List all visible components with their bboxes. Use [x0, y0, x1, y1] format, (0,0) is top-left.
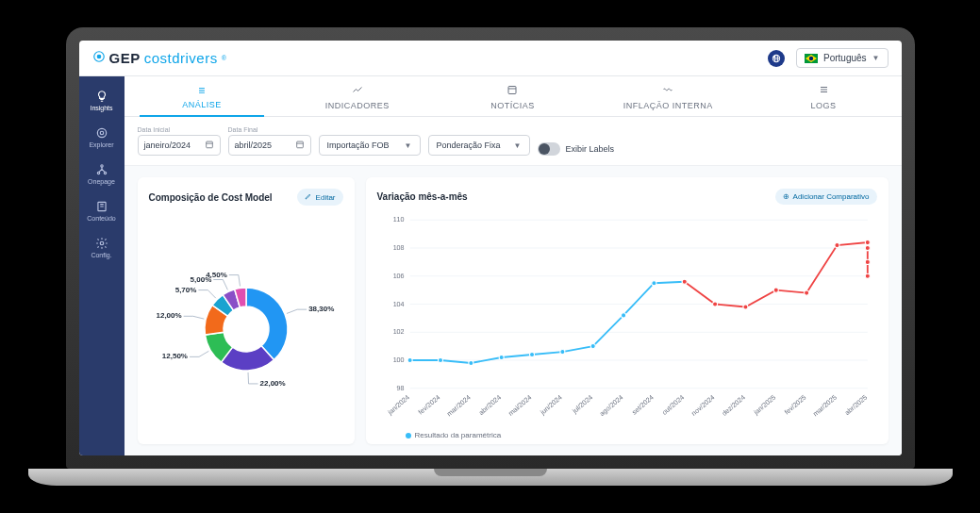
app-header: GEP costdrivers ® Português ▼ — [79, 41, 902, 76]
tab-label: LOGS — [811, 101, 837, 110]
add-comparative-button[interactable]: ⊕ Adicionar Comparativo — [775, 189, 877, 205]
tab-inflacao[interactable]: INFLAÇÃO INTERNA — [590, 76, 746, 116]
select-importacao[interactable]: Importação FOB ▼ — [319, 135, 421, 156]
svg-point-5 — [100, 131, 104, 135]
screen-bezel: GEP costdrivers ® Português ▼ — [66, 27, 915, 469]
sidebar-item-label: Config. — [91, 252, 111, 258]
card-header: Composição de Cost Model Editar — [149, 189, 343, 206]
card-header: Variação mês-a-mês ⊕ Adicionar Comparati… — [377, 189, 877, 205]
svg-text:jul/2024: jul/2024 — [570, 393, 594, 416]
svg-text:98: 98 — [396, 384, 404, 392]
svg-point-78 — [865, 245, 870, 250]
svg-text:100: 100 — [392, 356, 404, 364]
svg-point-69 — [682, 279, 687, 284]
tab-logs[interactable]: LOGS — [746, 76, 902, 116]
sidebar-item-label: Onepage — [88, 178, 115, 185]
svg-point-59 — [407, 357, 412, 362]
svg-text:out/2024: out/2024 — [660, 393, 686, 417]
calendar-icon — [205, 140, 214, 151]
svg-point-67 — [651, 281, 656, 286]
svg-point-4 — [97, 128, 106, 137]
date-start-input[interactable]: janeiro/2024 — [138, 135, 221, 156]
select-ponderacao[interactable]: Ponderação Fixa ▼ — [428, 135, 530, 156]
sidebar-item-explorer[interactable]: Explorer — [79, 119, 125, 156]
date-end-input[interactable]: abril/2025 — [228, 135, 311, 156]
svg-point-71 — [742, 305, 747, 309]
language-label: Português — [823, 53, 867, 63]
svg-point-65 — [590, 344, 595, 349]
date-end-control: Data Final abril/2025 — [228, 126, 311, 156]
toggle-labels[interactable] — [538, 142, 560, 156]
svg-text:38,30%: 38,30% — [308, 305, 334, 313]
svg-text:5,70%: 5,70% — [174, 285, 196, 293]
sidebar-item-insights[interactable]: Insights — [79, 82, 125, 119]
svg-text:mar/2024: mar/2024 — [444, 393, 472, 419]
svg-point-60 — [438, 357, 442, 362]
tab-analise[interactable]: ≡ ANÁLISE — [125, 76, 280, 116]
svg-text:110: 110 — [392, 215, 404, 223]
logo-trademark: ® — [222, 55, 226, 61]
tabs: ≡ ANÁLISE INDICADORES NOTÍCIAS — [125, 76, 902, 117]
laptop-base — [28, 469, 953, 486]
tab-noticias[interactable]: NOTÍCIAS — [435, 76, 590, 116]
calendar-icon — [295, 140, 305, 151]
edit-label: Editar — [316, 193, 336, 202]
svg-text:abr/2025: abr/2025 — [842, 393, 868, 417]
svg-point-74 — [834, 242, 839, 247]
svg-text:12,00%: 12,00% — [156, 311, 181, 320]
svg-point-72 — [773, 288, 778, 292]
chevron-down-icon: ▼ — [405, 141, 412, 150]
chevron-down-icon: ▼ — [514, 141, 522, 150]
plus-icon: ⊕ — [783, 192, 789, 201]
sidebar: Insights Explorer Onepage Conteúdo — [79, 76, 125, 455]
svg-point-3 — [809, 56, 813, 59]
translate-icon[interactable] — [768, 50, 785, 67]
svg-point-1 — [97, 55, 101, 58]
sidebar-item-conteudo[interactable]: Conteúdo — [79, 192, 125, 229]
pencil-icon — [305, 192, 312, 202]
language-selector[interactable]: Português ▼ — [796, 48, 889, 68]
svg-text:22,00%: 22,00% — [259, 378, 285, 387]
svg-text:jun/2024: jun/2024 — [538, 393, 563, 417]
svg-text:mai/2024: mai/2024 — [507, 393, 533, 418]
header-right: Português ▼ — [768, 48, 889, 68]
chart-icon — [352, 84, 363, 98]
svg-text:fev/2025: fev/2025 — [782, 393, 807, 417]
tab-indicadores[interactable]: INDICADORES — [279, 76, 435, 116]
logo: GEP costdrivers ® — [92, 50, 226, 66]
app-window: GEP costdrivers ® Português ▼ — [79, 41, 902, 455]
card-composicao: Composição de Cost Model Editar 38,30%22… — [138, 177, 355, 444]
sidebar-item-onepage[interactable]: Onepage — [79, 156, 125, 192]
flag-icon — [805, 54, 818, 63]
edit-button[interactable]: Editar — [297, 189, 343, 206]
donut-chart: 38,30%22,00%12,50%12,00%5,70%5,00%4,50% — [149, 213, 343, 433]
svg-text:102: 102 — [392, 327, 404, 336]
book-icon — [95, 200, 108, 213]
toggle-labels-wrap: Exibir Labels — [538, 142, 615, 156]
svg-rect-18 — [206, 141, 212, 148]
chart-legend: Resultado da paramétrica — [377, 431, 877, 439]
legend-label: Resultado da paramétrica — [415, 431, 502, 439]
svg-point-6 — [100, 165, 102, 167]
svg-text:jan/2025: jan/2025 — [751, 393, 776, 417]
calendar-icon — [507, 84, 518, 98]
svg-point-8 — [104, 172, 106, 174]
date-start-control: Data Inicial janeiro/2024 — [138, 126, 221, 156]
card-variacao: Variação mês-a-mês ⊕ Adicionar Comparati… — [366, 177, 889, 444]
toggle-label: Exibir Labels — [566, 144, 615, 154]
svg-point-76 — [865, 259, 870, 264]
svg-point-63 — [529, 352, 534, 356]
menu-icon: ≡ — [198, 84, 206, 97]
svg-point-61 — [468, 360, 473, 365]
sidebar-item-config[interactable]: Config. — [79, 229, 125, 266]
svg-point-66 — [621, 313, 625, 318]
line-chart: 98100102104106108110jan/2024fev/2024mar/… — [377, 212, 877, 427]
date-end-value: abril/2025 — [235, 141, 273, 150]
svg-point-62 — [499, 355, 504, 359]
bulb-icon — [95, 90, 108, 103]
svg-text:mar/2025: mar/2025 — [810, 393, 838, 419]
svg-text:ago/2024: ago/2024 — [597, 393, 623, 418]
nodes-icon — [95, 163, 108, 176]
logo-prefix: GEP — [109, 50, 141, 66]
chevron-down-icon: ▼ — [872, 54, 880, 62]
